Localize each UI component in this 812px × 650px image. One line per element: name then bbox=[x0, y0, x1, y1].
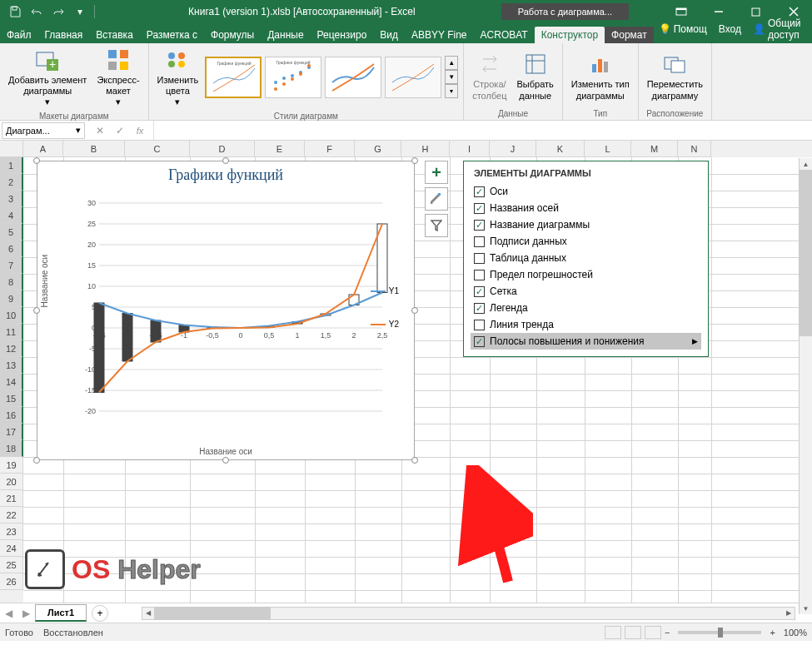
normal-view-button[interactable] bbox=[605, 626, 621, 639]
tab-design[interactable]: Конструктор bbox=[535, 27, 605, 43]
sheet-nav-next[interactable]: ▶ bbox=[17, 608, 35, 619]
row-header-7[interactable]: 7 bbox=[0, 257, 23, 274]
flyout-item-8[interactable]: Линия тренда bbox=[471, 316, 701, 333]
save-icon[interactable] bbox=[5, 2, 25, 21]
row-header-4[interactable]: 4 bbox=[0, 207, 23, 224]
gallery-more-button[interactable]: ▾ bbox=[445, 84, 458, 98]
y-axis-title[interactable]: Название оси bbox=[40, 255, 49, 308]
flyout-item-0[interactable]: ✓Оси bbox=[471, 183, 701, 200]
checkbox-icon[interactable] bbox=[474, 236, 485, 247]
col-header-K[interactable]: K bbox=[536, 141, 585, 157]
checkbox-icon[interactable]: ✓ bbox=[474, 303, 485, 314]
row-header-18[interactable]: 18 bbox=[0, 440, 23, 457]
accept-icon[interactable]: ✓ bbox=[110, 122, 130, 139]
row-header-3[interactable]: 3 bbox=[0, 191, 23, 207]
row-header-15[interactable]: 15 bbox=[0, 390, 23, 407]
checkbox-icon[interactable]: ✓ bbox=[474, 186, 485, 197]
chart-object[interactable]: Графики функций Название оси -20-15-10-5… bbox=[37, 161, 415, 460]
col-header-C[interactable]: C bbox=[125, 141, 190, 157]
col-header-J[interactable]: J bbox=[490, 141, 536, 157]
checkbox-icon[interactable] bbox=[474, 253, 485, 264]
flyout-item-5[interactable]: Предел погрешностей bbox=[471, 266, 701, 283]
share-button[interactable]: 👤Общий доступ bbox=[748, 15, 807, 43]
chart-title[interactable]: Графики функций bbox=[37, 161, 414, 186]
help-button[interactable]: 💡Помощ bbox=[654, 21, 712, 37]
chart-filters-button[interactable] bbox=[425, 214, 448, 237]
login-button[interactable]: Вход bbox=[714, 21, 746, 37]
row-header-8[interactable]: 8 bbox=[0, 274, 23, 290]
tab-view[interactable]: Вид bbox=[373, 27, 405, 43]
checkbox-icon[interactable]: ✓ bbox=[474, 203, 485, 214]
row-header-21[interactable]: 21 bbox=[0, 490, 23, 507]
legend-y1[interactable]: Y1 bbox=[371, 286, 399, 295]
checkbox-icon[interactable]: ✓ bbox=[474, 220, 485, 231]
flyout-item-4[interactable]: Таблица данных bbox=[471, 250, 701, 266]
chart-elements-button[interactable]: + bbox=[425, 161, 448, 184]
flyout-item-9[interactable]: ✓Полосы повышения и понижения▶ bbox=[471, 333, 701, 350]
zoom-in-button[interactable]: + bbox=[770, 628, 775, 638]
sheet-tab-1[interactable]: Лист1 bbox=[35, 604, 87, 622]
row-header-5[interactable]: 5 bbox=[0, 224, 23, 241]
vertical-scrollbar[interactable]: ▲ ▼ bbox=[799, 158, 812, 614]
horizontal-scrollbar[interactable]: ◀ ▶ bbox=[142, 607, 795, 620]
tab-file[interactable]: Файл bbox=[0, 27, 38, 43]
chart-style-3[interactable] bbox=[325, 57, 381, 98]
flyout-item-1[interactable]: ✓Названия осей bbox=[471, 200, 701, 216]
tab-home[interactable]: Главная bbox=[38, 27, 90, 43]
chart-styles-button[interactable] bbox=[425, 187, 448, 211]
row-header-17[interactable]: 17 bbox=[0, 424, 23, 440]
row-header-10[interactable]: 10 bbox=[0, 307, 23, 324]
col-header-F[interactable]: F bbox=[305, 141, 355, 157]
checkbox-icon[interactable]: ✓ bbox=[474, 336, 485, 347]
redo-icon[interactable] bbox=[48, 2, 68, 21]
gallery-down-button[interactable]: ▼ bbox=[445, 70, 458, 84]
col-header-A[interactable]: A bbox=[23, 141, 63, 157]
flyout-item-6[interactable]: ✓Сетка bbox=[471, 283, 701, 300]
col-header-L[interactable]: L bbox=[585, 141, 631, 157]
col-header-D[interactable]: D bbox=[190, 141, 255, 157]
col-header-M[interactable]: M bbox=[631, 141, 678, 157]
tab-formulas[interactable]: Формулы bbox=[204, 27, 261, 43]
select-data-button[interactable]: Выбрать данные bbox=[514, 49, 557, 102]
chart-style-2[interactable]: Графики функций bbox=[265, 57, 321, 98]
change-colors-button[interactable]: Изменить цвета ▾ bbox=[154, 45, 202, 110]
zoom-out-button[interactable]: − bbox=[665, 628, 670, 638]
row-header-26[interactable]: 26 bbox=[0, 573, 23, 590]
zoom-level[interactable]: 100% bbox=[784, 628, 807, 638]
col-header-G[interactable]: G bbox=[355, 141, 401, 157]
chart-style-4[interactable] bbox=[385, 57, 441, 98]
select-all-button[interactable] bbox=[0, 141, 23, 157]
tab-abbyy[interactable]: ABBYY Fine bbox=[405, 27, 473, 43]
col-header-H[interactable]: H bbox=[401, 141, 450, 157]
cancel-icon[interactable]: ✕ bbox=[90, 122, 110, 139]
change-chart-type-button[interactable]: Изменить тип диаграммы bbox=[568, 49, 633, 102]
switch-row-col-button[interactable]: Строка/ столбец bbox=[469, 49, 510, 102]
row-header-23[interactable]: 23 bbox=[0, 523, 23, 540]
col-header-E[interactable]: E bbox=[255, 141, 305, 157]
x-axis-title[interactable]: Название оси bbox=[199, 447, 252, 456]
tab-data[interactable]: Данные bbox=[261, 27, 310, 43]
tab-page-layout[interactable]: Разметка с bbox=[140, 27, 204, 43]
fx-button[interactable]: fx bbox=[130, 122, 150, 139]
zoom-slider[interactable] bbox=[678, 631, 761, 634]
row-header-16[interactable]: 16 bbox=[0, 407, 23, 424]
tab-format[interactable]: Формат bbox=[605, 27, 654, 43]
row-header-12[interactable]: 12 bbox=[0, 340, 23, 357]
legend-y2[interactable]: Y2 bbox=[371, 320, 399, 329]
checkbox-icon[interactable] bbox=[474, 320, 485, 330]
col-header-I[interactable]: I bbox=[450, 141, 490, 157]
quick-layout-button[interactable]: Экспресс- макет ▾ bbox=[93, 45, 142, 110]
row-header-14[interactable]: 14 bbox=[0, 374, 23, 390]
move-chart-button[interactable]: Переместить диаграмму bbox=[644, 49, 706, 102]
col-header-B[interactable]: B bbox=[63, 141, 125, 157]
col-header-N[interactable]: N bbox=[678, 141, 711, 157]
flyout-item-3[interactable]: Подписи данных bbox=[471, 233, 701, 250]
cells-area[interactable]: Графики функций Название оси -20-15-10-5… bbox=[23, 157, 812, 603]
checkbox-icon[interactable]: ✓ bbox=[474, 286, 485, 297]
row-header-24[interactable]: 24 bbox=[0, 540, 23, 557]
row-header-19[interactable]: 19 bbox=[0, 457, 23, 474]
row-header-11[interactable]: 11 bbox=[0, 324, 23, 340]
flyout-item-7[interactable]: ✓Легенда bbox=[471, 300, 701, 316]
row-header-20[interactable]: 20 bbox=[0, 474, 23, 490]
add-sheet-button[interactable]: + bbox=[92, 605, 108, 622]
